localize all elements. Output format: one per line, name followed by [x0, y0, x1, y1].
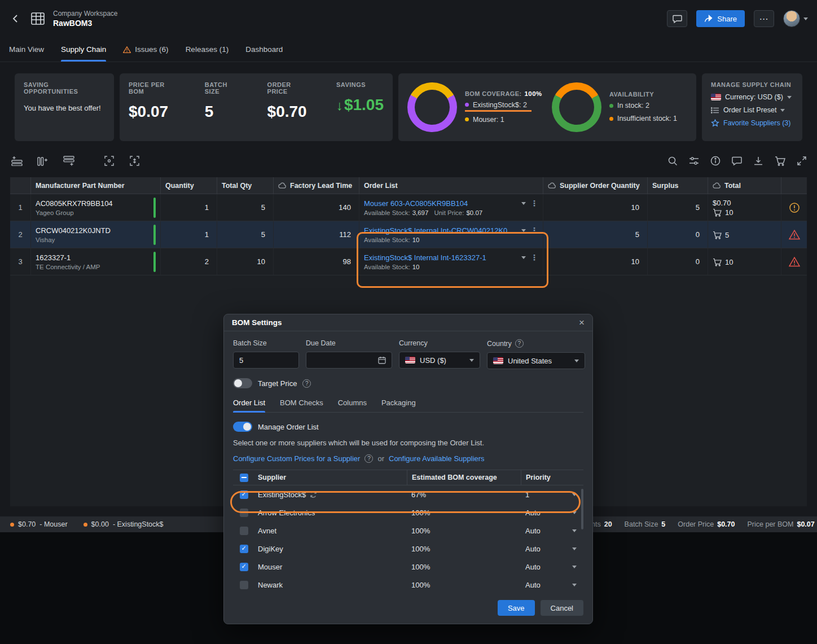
- supplier-checkbox[interactable]: [240, 509, 248, 517]
- quantity-cell: 1: [161, 221, 217, 248]
- cart-icon[interactable]: [775, 156, 785, 166]
- supplier-checkbox[interactable]: [240, 581, 248, 589]
- configure-available-suppliers-link[interactable]: Configure Available Suppliers: [389, 454, 485, 463]
- configure-custom-prices-link[interactable]: Configure Custom Prices for a Supplier: [233, 454, 360, 463]
- order-list-preset-dropdown[interactable]: Order List Preset: [711, 106, 793, 114]
- filter-sliders-icon[interactable]: [689, 156, 699, 165]
- manage-order-list-toggle[interactable]: [233, 422, 252, 432]
- surplus-cell: 0: [648, 248, 708, 275]
- tab-packaging[interactable]: Packaging: [381, 398, 416, 412]
- stat-savings: SAVINGS ↓$1.05: [336, 81, 384, 133]
- help-icon[interactable]: ?: [302, 379, 311, 388]
- comment-icon[interactable]: [732, 156, 742, 165]
- help-icon[interactable]: ?: [515, 339, 524, 348]
- order-list-cell: ExistingStock$ Internal Int-CRCW040212K0…: [359, 221, 543, 248]
- help-icon[interactable]: ?: [364, 454, 373, 463]
- supplier-row[interactable]: Avnet 100% Auto: [233, 522, 583, 540]
- priority-select[interactable]: Auto: [521, 545, 585, 553]
- select-all-checkbox[interactable]: [240, 474, 248, 482]
- legend-label: Insufficient stock: 1: [617, 115, 677, 122]
- priority-select[interactable]: Auto: [521, 509, 585, 517]
- tab-bom-checks[interactable]: BOM Checks: [280, 398, 323, 412]
- preset-label: Order List Preset: [723, 106, 776, 114]
- cancel-button[interactable]: Cancel: [541, 600, 583, 616]
- tab-main-view[interactable]: Main View: [9, 37, 44, 62]
- account-menu[interactable]: [783, 10, 808, 27]
- download-icon[interactable]: [753, 156, 763, 166]
- kebab-menu-icon[interactable]: ⋮: [530, 253, 538, 261]
- status-cell[interactable]: [781, 221, 807, 248]
- due-date-input[interactable]: [306, 352, 392, 369]
- country-select[interactable]: United States: [487, 352, 585, 369]
- supplier-checkbox[interactable]: [240, 563, 248, 571]
- table-cell-settings-icon[interactable]: [104, 156, 115, 166]
- fullscreen-icon[interactable]: [797, 156, 807, 166]
- col-order-list[interactable]: Order List: [359, 177, 543, 194]
- col-lead-time[interactable]: Factory Lead Time: [274, 177, 359, 194]
- table-row[interactable]: 1 AC0805KRX7R9BB104 Yageo Group 1 5 140 …: [10, 194, 807, 221]
- supplier-row[interactable]: ExistingStock$ 67% 1: [233, 485, 583, 503]
- manage-order-list-label: Manage Order List: [258, 423, 319, 431]
- table-row[interactable]: 2 CRCW040212K0JNTD Vishay 1 5 112 Existi…: [10, 221, 807, 248]
- status-cell[interactable]: [781, 194, 807, 221]
- tab-issues[interactable]: Issues (6): [123, 37, 168, 62]
- currency-select[interactable]: USD ($): [399, 352, 480, 369]
- more-options-button[interactable]: ⋯: [754, 10, 774, 27]
- supplier-row[interactable]: Mouser 100% Auto: [233, 558, 583, 576]
- priority-select[interactable]: Auto: [521, 563, 585, 571]
- chevron-down-icon[interactable]: [521, 256, 526, 259]
- row-grouping-icon[interactable]: [129, 156, 140, 166]
- priority-select[interactable]: 1: [521, 490, 585, 499]
- target-price-toggle[interactable]: [233, 378, 252, 388]
- chevron-down-icon[interactable]: [521, 229, 526, 232]
- priority-select[interactable]: Auto: [521, 527, 585, 535]
- kebab-menu-icon[interactable]: ⋮: [530, 199, 538, 207]
- save-button[interactable]: Save: [498, 600, 535, 616]
- share-button[interactable]: Share: [696, 10, 745, 27]
- order-supplier-link[interactable]: ExistingStock$ Internal Int-CRCW040212K0…: [364, 226, 517, 235]
- col-mpn[interactable]: Manufacturer Part Number: [31, 177, 161, 194]
- col-supplier-qty[interactable]: Supplier Order Quantity: [543, 177, 648, 194]
- tab-releases[interactable]: Releases (1): [186, 37, 229, 62]
- tab-columns[interactable]: Columns: [338, 398, 367, 412]
- col-quantity[interactable]: Quantity: [161, 177, 217, 194]
- supplier-checkbox[interactable]: [240, 527, 248, 535]
- summary-components: nts20: [591, 520, 612, 528]
- chevron-down-icon[interactable]: [521, 202, 526, 205]
- stat-order-price: ORDER PRICE $0.70: [267, 81, 313, 133]
- col-total[interactable]: Total: [708, 177, 781, 194]
- add-column-icon[interactable]: [37, 156, 49, 166]
- supplier-row[interactable]: DigiKey 100% Auto: [233, 540, 583, 558]
- supplier-row[interactable]: Newark 100% Auto: [233, 576, 583, 594]
- add-row-icon[interactable]: [10, 156, 23, 166]
- col-total-qty[interactable]: Total Qty: [217, 177, 274, 194]
- country-value: United States: [508, 357, 552, 365]
- coverage-value: 100%: [407, 581, 521, 589]
- favorite-suppliers-link[interactable]: Favorite Suppliers (3): [711, 119, 793, 127]
- kebab-menu-icon[interactable]: ⋮: [530, 226, 538, 234]
- search-icon[interactable]: [667, 156, 678, 166]
- table-row[interactable]: 3 1623327-1 TE Connectivity / AMP 2 10 9…: [10, 248, 807, 275]
- batch-size-input[interactable]: [233, 352, 299, 369]
- order-supplier-link[interactable]: Mouser 603-AC0805KR9BB104: [364, 199, 517, 208]
- calendar-icon[interactable]: [378, 356, 386, 364]
- priority-select[interactable]: Auto: [521, 581, 585, 589]
- order-supplier-link[interactable]: ExistingStock$ Internal Int-1623327-1: [364, 253, 517, 262]
- scrollbar-thumb[interactable]: [581, 489, 583, 529]
- info-icon[interactable]: [710, 156, 721, 166]
- supplier-checkbox[interactable]: [240, 490, 248, 499]
- supplier-row[interactable]: Arrow Electronics 100% Auto: [233, 503, 583, 522]
- tab-dashboard[interactable]: Dashboard: [245, 37, 283, 62]
- supplier-checkbox[interactable]: [240, 545, 248, 553]
- col-surplus[interactable]: Surplus: [648, 177, 708, 194]
- back-button[interactable]: [9, 12, 23, 25]
- favorites-label: Favorite Suppliers (3): [723, 119, 791, 127]
- tab-order-list[interactable]: Order List: [233, 398, 265, 412]
- insert-row-below-icon[interactable]: [63, 156, 76, 166]
- status-cell[interactable]: [781, 248, 807, 275]
- comments-button[interactable]: [667, 10, 687, 27]
- total-cell: 10: [708, 248, 781, 275]
- currency-dropdown[interactable]: Currency: USD ($): [711, 93, 793, 101]
- close-icon[interactable]: ×: [579, 318, 585, 327]
- tab-supply-chain[interactable]: Supply Chain: [61, 37, 106, 62]
